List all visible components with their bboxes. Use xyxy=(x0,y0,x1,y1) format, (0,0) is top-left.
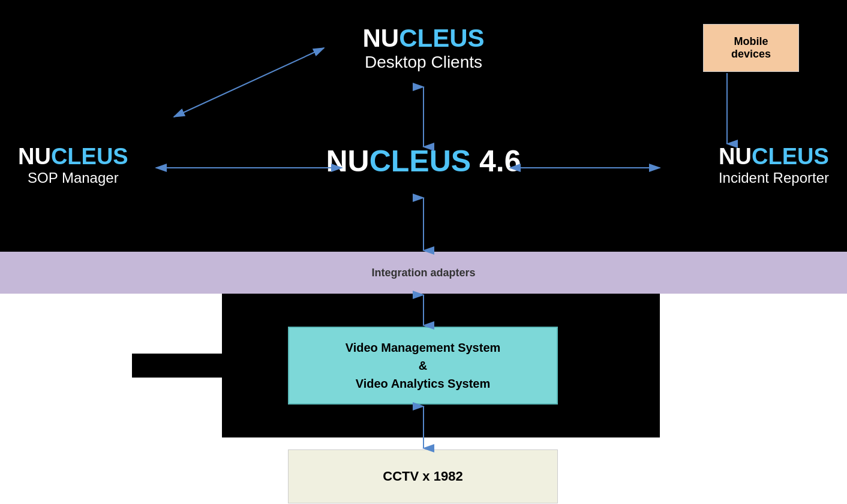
ir-nu: NU xyxy=(719,144,752,169)
mobile-devices-label: Mobiledevices xyxy=(731,35,771,61)
sop-subtitle: SOP Manager xyxy=(18,170,128,186)
integration-label: Integration adapters xyxy=(371,267,475,279)
sop-nu: NU xyxy=(18,144,51,169)
nucleus-46: NUCLEUS 4.6 xyxy=(326,144,521,179)
vms-label: Video Management System&Video Analytics … xyxy=(346,339,501,393)
nucleus-incident-reporter: NUCLEUS Incident Reporter xyxy=(719,144,829,186)
mobile-devices-box: Mobiledevices xyxy=(703,24,799,72)
desktop-subtitle: Desktop Clients xyxy=(362,53,484,72)
integration-adapters-band: Integration adapters xyxy=(0,252,847,294)
cctv-box: CCTV x 1982 xyxy=(288,449,558,503)
sop-cleus: CLEUS xyxy=(51,144,128,169)
nucleus-desktop-clients: NUCLEUS Desktop Clients xyxy=(362,24,484,72)
n46-version: 4.6 xyxy=(471,144,521,178)
ir-subtitle: Incident Reporter xyxy=(719,170,829,186)
vms-box: Video Management System&Video Analytics … xyxy=(288,327,558,405)
n46-nu: NU xyxy=(326,144,369,178)
nucleus-sop-manager: NUCLEUS SOP Manager xyxy=(18,144,128,186)
n46-cleus: CLEUS xyxy=(370,144,471,178)
vms-left-connector xyxy=(132,354,288,378)
ir-cleus: CLEUS xyxy=(752,144,829,169)
desktop-nu: NU xyxy=(362,24,399,52)
cctv-label: CCTV x 1982 xyxy=(383,469,462,484)
desktop-cleus: CLEUS xyxy=(399,24,484,52)
